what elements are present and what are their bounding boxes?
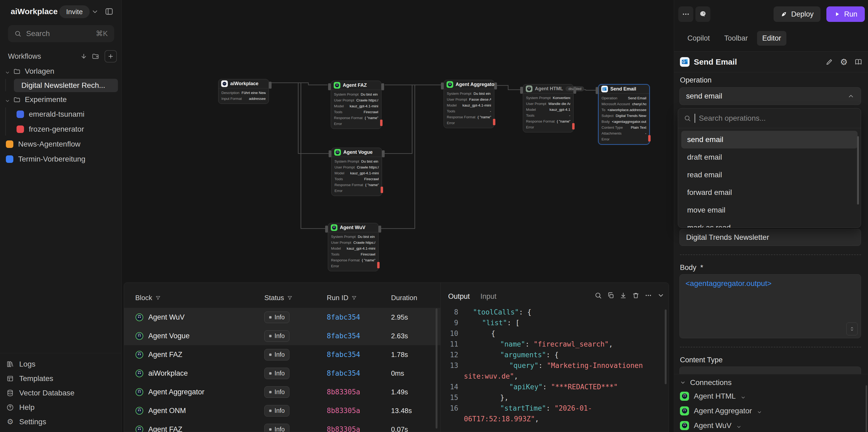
invite-button[interactable]: Invite [59,5,90,18]
sidebar-item-logs[interactable]: Logs [0,357,122,371]
tab-input[interactable]: Input [480,292,496,300]
workflow-item[interactable]: frozen-generator [0,122,122,137]
input-port[interactable] [325,226,328,233]
sidebar-item-settings[interactable]: ⚙Settings [0,415,122,429]
node-send-email[interactable]: Send EmailOperationSend EmailMicrosoft A… [598,84,650,144]
run-id-link[interactable]: 8fabc354 [327,332,391,340]
operation-option[interactable]: move email [681,201,858,219]
operation-option[interactable]: read email [681,166,858,184]
more-options-icon[interactable] [645,292,652,299]
error-port[interactable] [377,262,380,268]
code-search-icon[interactable] [595,292,602,299]
table-row[interactable]: aiWorkplaceInfo8fabc3540ms [124,364,440,383]
resize-grip[interactable] [846,322,858,335]
table-row[interactable]: Agent WuVInfo8fabc3542.95s [124,308,440,326]
sidebar-item-vector-database[interactable]: Vector Database [0,386,122,400]
run-id-link[interactable]: 8b83305a [327,388,391,396]
run-button[interactable]: Run [827,6,865,22]
content-type-select[interactable] [679,367,861,374]
output-port[interactable] [269,82,272,89]
sidebar-toggle-icon[interactable] [104,7,114,16]
node-agent-vogue[interactable]: Agent VogueSystem PromptDu bist ein Digi… [331,148,382,196]
run-id-link[interactable]: 8fabc354 [327,369,391,377]
run-id-link[interactable]: 8fabc354 [327,313,391,321]
filter-icon[interactable] [351,295,356,300]
table-row[interactable]: Agent VogueInfo8fabc3542.63s [124,326,440,345]
input-port[interactable] [520,87,523,94]
connection-item[interactable]: Agent Aggregator [680,403,862,418]
input-port[interactable] [596,87,598,94]
run-id-link[interactable]: 8fabc354 [327,351,391,358]
block-settings-gear-icon[interactable]: ⚙ [840,58,848,66]
table-scrollbar[interactable] [436,308,437,429]
folder-item-vorlagen[interactable]: Vorlagen [0,64,122,79]
trash-icon[interactable] [632,292,640,299]
error-port[interactable] [648,135,651,142]
error-port[interactable] [381,186,383,193]
editor-scrollbar[interactable] [866,385,867,432]
workspace-name[interactable]: aiWorkplace ... [11,7,67,16]
filter-icon[interactable] [156,295,161,300]
tab-copilot[interactable]: Copilot [682,31,715,46]
tab-editor[interactable]: Editor [757,31,787,46]
tab-toolbar[interactable]: Toolbar [719,31,753,46]
workflow-item[interactable]: emerald-tsunami [0,107,122,122]
sidebar-item-templates[interactable]: Templates [0,371,122,386]
error-port[interactable] [380,120,382,126]
run-id-link[interactable]: 8b83305a [327,425,391,432]
workflow-item[interactable]: Termin-Vorbereitung [0,152,122,167]
code-scrollbar[interactable] [665,310,666,384]
run-id-link[interactable]: 8b83305a [327,407,391,415]
sort-arrow-down-icon[interactable] [80,53,88,60]
copy-icon[interactable] [607,292,614,299]
error-port[interactable] [572,123,575,129]
node-agent-html[interactable]: Agent HTMLdisabledSystem PromptKonvertie… [523,84,574,133]
table-row[interactable]: Agent ONMInfo8b83305a13.48s [124,401,440,420]
connection-item[interactable]: Agent WuV [680,418,862,432]
output-port[interactable] [381,83,384,90]
folder-item-experimente[interactable]: Experimente [0,92,122,107]
deploy-button[interactable]: Deploy [774,6,820,22]
tab-output[interactable]: Output [448,292,470,300]
search-input[interactable]: Search ⌘K [8,25,114,42]
input-port[interactable] [329,150,331,157]
node-aiworkplace[interactable]: aiWorkplaceDescriptionFührt eine Newslet… [218,79,269,104]
download-icon[interactable] [620,292,627,299]
output-port[interactable] [378,226,381,233]
subject-input[interactable]: Digital Trends Newsletter [679,229,861,246]
docs-book-icon[interactable] [855,58,862,66]
workflow-item[interactable]: News-Agentenflow [0,137,122,152]
json-output-code[interactable]: 8"toolCalls": {9"list": [10{11"name": "f… [441,307,665,424]
body-textarea[interactable]: <agentaggregator.output> [679,274,861,338]
more-menu-button[interactable] [678,6,693,22]
connection-item[interactable]: Agent HTML [680,389,862,403]
output-port[interactable] [494,83,497,89]
node-agent-faz[interactable]: Agent FAZSystem PromptDu bist ein Digita… [331,81,381,129]
operation-search-input[interactable]: Search operations... [678,108,861,128]
dropdown-scrollbar[interactable] [857,136,859,204]
operation-option[interactable]: send email [681,131,858,148]
output-port[interactable] [574,87,576,94]
error-port[interactable] [493,119,495,125]
node-agent-wuv[interactable]: Agent WuVSystem PromptDu bist ein Digita… [328,223,378,271]
table-row[interactable]: Agent FAZInfo8b83305a0.07s [124,420,440,432]
input-port[interactable] [328,83,331,90]
operation-option[interactable]: forward email [681,184,858,201]
operation-option[interactable]: draft email [681,148,858,166]
assistant-mascot-button[interactable] [695,6,710,22]
new-folder-icon[interactable] [92,53,99,60]
sidebar-item-help[interactable]: Help [0,400,122,415]
output-port[interactable] [382,150,385,157]
input-port[interactable] [441,83,443,89]
workflow-item-selected[interactable]: Digital Newsletter Rech... [14,79,118,92]
table-row[interactable]: Agent FAZInfo8fabc3541.78s [124,345,440,364]
edit-pencil-icon[interactable] [826,58,833,66]
add-workflow-button[interactable] [104,50,117,62]
table-row[interactable]: Agent AggregatorInfo8b83305a1.49s [124,383,440,401]
filter-icon[interactable] [287,295,292,300]
operation-select[interactable]: send email [679,87,861,105]
node-agent-aggregator[interactable]: Agent AggregatorSystem PromptDu bist ein… [443,80,494,128]
workspace-chevron-down-icon[interactable] [91,8,99,16]
operation-option[interactable]: mark as read [681,219,858,228]
connections-header[interactable]: Connections [680,376,862,389]
